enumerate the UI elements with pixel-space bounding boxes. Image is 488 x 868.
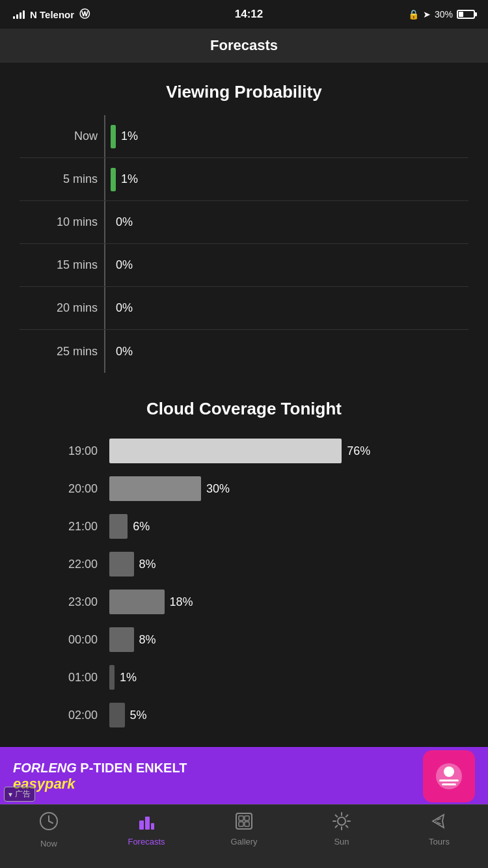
vp-chart: Now 1% 5 mins 1% 10 mins 0% 15 mins <box>0 115 488 373</box>
cc-bar-container: 30% <box>104 476 468 501</box>
cc-row-label: 00:00 <box>20 633 104 647</box>
tab-forecasts-label: Forecasts <box>128 837 165 847</box>
svg-rect-10 <box>236 813 252 829</box>
vp-bar-container: 0% <box>105 345 468 359</box>
vp-bar <box>111 168 116 191</box>
lock-icon: 🔒 <box>408 9 419 20</box>
vp-row: 5 mins 1% <box>20 158 468 201</box>
cc-bar <box>109 665 115 690</box>
status-right: 🔒 ➤ 30% <box>408 9 475 20</box>
svg-point-1 <box>444 766 454 777</box>
svg-rect-11 <box>239 816 243 821</box>
wifi-icon: ⓦ <box>79 8 90 21</box>
cc-bar <box>109 439 342 463</box>
ad-image <box>423 750 475 802</box>
vp-row: 25 mins 0% <box>20 330 468 373</box>
vp-bar <box>111 125 116 148</box>
tab-now[interactable]: Now <box>10 811 88 848</box>
cc-row-label: 21:00 <box>20 520 104 534</box>
status-left: N Telenor ⓦ <box>13 8 90 21</box>
tab-bar: Now Forecasts Gallery <box>0 804 488 868</box>
cc-bar <box>109 627 134 652</box>
vp-bar-value: 1% <box>121 129 138 143</box>
gallery-icon <box>234 811 254 834</box>
status-bar: N Telenor ⓦ 14:12 🔒 ➤ 30% <box>0 0 488 29</box>
cc-bar <box>109 703 125 727</box>
cloud-coverage-section: Cloud Coverage Tonight 19:00 76% 20:00 3… <box>0 392 488 747</box>
cc-bar-container: 6% <box>104 514 468 539</box>
vp-row: Now 1% <box>20 115 468 158</box>
svg-line-22 <box>346 815 348 817</box>
cc-bar <box>109 590 165 614</box>
viewing-probability-section: Viewing Probability Now 1% 5 mins 1% 10 … <box>0 75 488 392</box>
tab-now-label: Now <box>40 839 57 848</box>
svg-rect-3 <box>442 783 456 785</box>
cc-row-label: 01:00 <box>20 671 104 685</box>
plane-icon <box>429 811 449 834</box>
cc-bar <box>109 552 134 576</box>
cc-bar-container: 1% <box>104 665 468 690</box>
cc-bar-value: 5% <box>130 709 147 722</box>
tab-tours-label: Tours <box>429 837 450 847</box>
svg-line-21 <box>346 826 348 828</box>
tab-sun[interactable]: Sun <box>303 811 381 847</box>
svg-point-15 <box>338 817 346 825</box>
cc-bar <box>109 476 201 501</box>
svg-line-20 <box>336 815 338 817</box>
vp-row: 15 mins 0% <box>20 244 468 287</box>
vp-bar-value: 0% <box>116 301 133 315</box>
cc-row: 23:00 18% <box>20 583 468 621</box>
cc-row-label: 23:00 <box>20 595 104 609</box>
cc-bar-value: 8% <box>139 558 156 571</box>
vp-row: 10 mins 0% <box>20 201 468 244</box>
svg-rect-9 <box>151 823 154 830</box>
cc-row: 21:00 6% <box>20 508 468 545</box>
ad-line2: easypark <box>13 776 187 793</box>
ad-text: FORLENG P-TIDEN ENKELT easypark <box>13 761 187 793</box>
svg-line-6 <box>49 821 53 823</box>
cc-bar-container: 76% <box>104 439 468 463</box>
svg-rect-12 <box>245 816 249 821</box>
tab-sun-label: Sun <box>334 837 349 847</box>
cc-row-label: 19:00 <box>20 444 104 458</box>
tab-forecasts[interactable]: Forecasts <box>107 811 185 847</box>
cc-bar-container: 5% <box>104 703 468 727</box>
vp-bar-container: 0% <box>105 301 468 315</box>
vp-bar-value: 0% <box>116 258 133 272</box>
vp-row-label: 5 mins <box>20 172 104 186</box>
cc-bar-container: 8% <box>104 552 468 576</box>
bar-chart-icon <box>137 811 156 834</box>
location-icon: ➤ <box>423 9 431 20</box>
vp-row: 20 mins 0% <box>20 287 468 330</box>
status-time: 14:12 <box>235 8 263 21</box>
cloud-coverage-title: Cloud Coverage Tonight <box>0 399 488 419</box>
vp-row-label: 20 mins <box>20 301 104 315</box>
cc-bar-value: 18% <box>170 595 193 609</box>
tab-gallery[interactable]: Gallery <box>205 811 283 847</box>
cc-row: 19:00 76% <box>20 432 468 470</box>
svg-rect-7 <box>139 821 144 830</box>
vp-bar-container: 0% <box>105 258 468 272</box>
carrier-label: N Telenor <box>30 9 74 20</box>
main-content: Viewing Probability Now 1% 5 mins 1% 10 … <box>0 62 488 747</box>
viewing-probability-title: Viewing Probability <box>0 82 488 102</box>
ad-banner[interactable]: FORLENG P-TIDEN ENKELT easypark ▾ 广告 <box>0 747 488 806</box>
cc-bar-container: 8% <box>104 627 468 652</box>
vp-bar-value: 0% <box>116 345 133 359</box>
svg-line-23 <box>336 826 338 828</box>
cc-bar-value: 76% <box>347 444 370 458</box>
svg-rect-13 <box>239 822 243 826</box>
cc-bar-value: 30% <box>206 482 230 496</box>
cc-bar-value: 8% <box>139 633 156 647</box>
vp-row-label: 25 mins <box>20 345 104 359</box>
ad-line1: FORLENG P-TIDEN ENKELT <box>13 761 187 776</box>
page-title: Forecasts <box>210 37 278 54</box>
cc-row: 00:00 8% <box>20 621 468 658</box>
vp-bar-value: 0% <box>116 215 133 229</box>
signal-icon <box>13 10 25 19</box>
cc-chart: 19:00 76% 20:00 30% 21:00 6% 22:00 8% <box>0 432 488 734</box>
tab-tours[interactable]: Tours <box>400 811 478 847</box>
cc-row: 22:00 8% <box>20 545 468 583</box>
battery-percent: 30% <box>435 9 453 20</box>
cc-row-label: 02:00 <box>20 709 104 722</box>
